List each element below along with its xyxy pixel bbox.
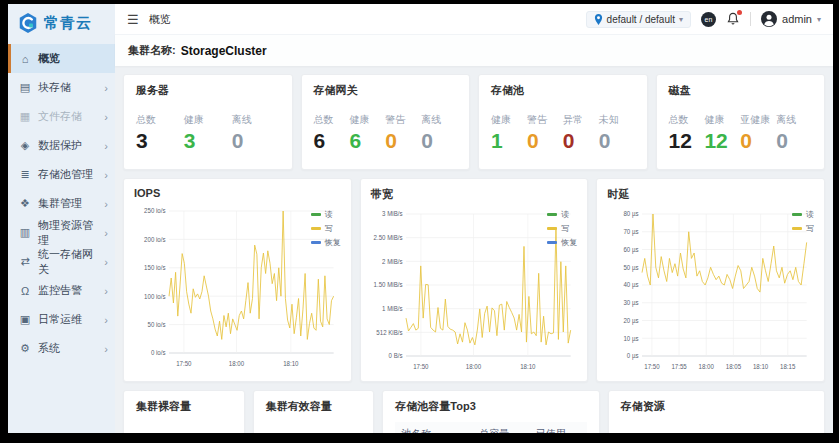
stat: 健康1 [491, 113, 527, 152]
sidebar-item-gateway[interactable]: ⇄统一存储网关› [8, 247, 115, 276]
svg-text:17:50: 17:50 [645, 363, 661, 370]
chevron-right-icon: › [104, 169, 108, 181]
chevron-right-icon: › [104, 198, 108, 210]
topbar-actions: default / default ▾ en admin ▾ [586, 11, 821, 28]
svg-text:1 MiB/s: 1 MiB/s [382, 305, 403, 312]
sidebar-collapse-icon[interactable]: ☰ [127, 12, 139, 27]
stat-value: 0 [776, 129, 812, 152]
sidebar-item-bell[interactable]: Ω监控告警› [8, 276, 115, 305]
card-title: 集群裸容量 [136, 399, 232, 414]
svg-text:3 MiB/s: 3 MiB/s [382, 210, 403, 217]
stat-value: 6 [349, 129, 385, 152]
svg-text:0 io/s: 0 io/s [151, 349, 166, 356]
svg-text:70 µs: 70 µs [624, 228, 640, 237]
sidebar-item-gear[interactable]: ⚙系统› [8, 334, 115, 363]
bandwidth-chart-card: 带宽 读写恢复 0 B/s512 KiB/s1 MiB/s1.50 MiB/s2… [360, 178, 589, 382]
svg-text:60 µs: 60 µs [624, 246, 640, 255]
sidebar-item-label: 物理资源管理 [38, 218, 97, 248]
legend-item[interactable]: 读 [311, 209, 341, 220]
svg-text:18:00: 18:00 [699, 363, 715, 370]
stat-value: 3 [184, 129, 232, 152]
file-storage-icon: ▦ [19, 110, 31, 123]
legend-swatch [547, 241, 557, 244]
latency-chart: 0 µs10 µs20 µs30 µs40 µs50 µs60 µs70 µs8… [607, 204, 814, 376]
card-title: 集群有效容量 [266, 399, 362, 414]
stat-label: 离线 [421, 113, 457, 127]
home-icon: ⌂ [19, 53, 31, 65]
user-menu[interactable]: admin ▾ [761, 11, 821, 27]
scope-selector[interactable]: default / default ▾ [586, 11, 691, 28]
language-toggle-icon[interactable]: en [701, 12, 716, 27]
app-logo[interactable]: 常青云 [8, 4, 115, 44]
stat-value: 0 [385, 129, 421, 152]
stat-value: 1 [491, 129, 527, 152]
stat: 警告0 [527, 113, 563, 152]
cluster-name-value: StorageCluster [181, 44, 267, 58]
server-rack-icon: ▥ [19, 226, 31, 239]
sidebar-item-block-storage[interactable]: ▤块存储› [8, 73, 115, 102]
gear-icon: ⚙ [19, 342, 31, 355]
legend-item[interactable]: 读 [547, 209, 577, 220]
svg-text:0 B/s: 0 B/s [388, 352, 403, 359]
bell-icon: Ω [19, 285, 31, 297]
stats-group: 总数6健康6警告0离线0 [314, 113, 458, 152]
chevron-right-icon: › [104, 227, 108, 239]
stat: 总数12 [669, 113, 705, 152]
chart-title: IOPS [134, 187, 341, 199]
card-title: 磁盘 [669, 83, 813, 98]
ops-icon: ▣ [19, 313, 31, 326]
sidebar-item-home[interactable]: ⌂概览 [8, 44, 115, 73]
card-title: 存储池 [491, 83, 635, 98]
legend-item[interactable]: 写 [311, 223, 341, 234]
svg-text:50 io/s: 50 io/s [148, 321, 167, 328]
notifications-bell-icon[interactable] [726, 12, 740, 26]
chevron-right-icon: › [104, 140, 108, 152]
dashboard-content: 服务器总数3健康3离线0存储网关总数6健康6警告0离线0存储池健康1警告0异常0… [115, 66, 833, 433]
legend-item[interactable]: 写 [792, 223, 814, 234]
stat-label: 健康 [184, 113, 232, 127]
legend-item[interactable]: 写 [547, 223, 577, 234]
stat-value: 12 [669, 129, 705, 152]
svg-text:1.50 MiB/s: 1.50 MiB/s [373, 281, 403, 288]
stat-value: 6 [314, 129, 350, 152]
sidebar-item-server-rack[interactable]: ▥物理资源管理› [8, 218, 115, 247]
cluster-icon: ❖ [19, 197, 31, 210]
screenshot-frame: 常青云 ⌂概览▤块存储›▦文件存储›◈数据保护›≣存储池管理›❖集群管理›▥物理… [0, 0, 839, 443]
stats-group: 总数3健康3离线0 [136, 113, 280, 152]
sidebar-item-storage-pool[interactable]: ≣存储池管理› [8, 160, 115, 189]
svg-text:250 io/s: 250 io/s [144, 207, 166, 214]
stat: 健康3 [184, 113, 232, 152]
legend-swatch [311, 213, 321, 216]
legend-item[interactable]: 恢复 [311, 237, 341, 248]
chevron-right-icon: › [104, 82, 108, 94]
legend-label: 读 [561, 209, 569, 220]
legend-swatch [311, 227, 321, 230]
chevron-down-icon: ▾ [679, 15, 683, 24]
sidebar-item-label: 文件存储 [38, 109, 82, 124]
summary-card: 磁盘总数12健康12亚健康0离线0 [656, 74, 826, 170]
legend-label: 写 [561, 223, 569, 234]
legend-swatch [792, 213, 802, 216]
stat: 亚健康0 [740, 113, 776, 152]
legend-item[interactable]: 恢复 [547, 237, 577, 248]
legend-item[interactable]: 读 [792, 209, 814, 220]
logo-icon [17, 12, 39, 34]
stat-label: 警告 [385, 113, 421, 127]
stat-value: 0 [421, 129, 457, 152]
sidebar-item-cluster[interactable]: ❖集群管理› [8, 189, 115, 218]
stat: 离线0 [421, 113, 457, 152]
svg-text:18:15: 18:15 [780, 363, 796, 370]
table-header-row: 池名称 总容量 已使用 [395, 422, 586, 433]
sidebar-item-file-storage[interactable]: ▦文件存储› [8, 102, 115, 131]
stat-value: 0 [232, 129, 280, 152]
svg-text:30 µs: 30 µs [624, 299, 640, 308]
legend-swatch [547, 227, 557, 230]
sidebar-item-label: 系统 [38, 341, 60, 356]
sidebar-item-ops[interactable]: ▣日常运维› [8, 305, 115, 334]
effective-capacity-card: 集群有效容量 [253, 390, 375, 433]
svg-text:10 µs: 10 µs [624, 334, 640, 343]
svg-text:18:00: 18:00 [229, 360, 245, 367]
stat-label: 离线 [776, 113, 812, 127]
card-title: 存储池容量Top3 [395, 399, 586, 414]
sidebar-item-shield[interactable]: ◈数据保护› [8, 131, 115, 160]
